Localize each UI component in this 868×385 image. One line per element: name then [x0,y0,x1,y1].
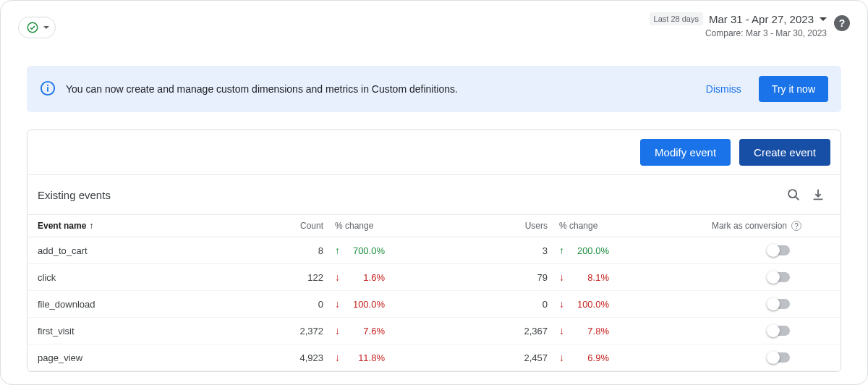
col-event-name[interactable]: Event name ↑ [38,221,258,231]
count-value: 8 [258,245,323,256]
arrow-down-icon: ↓ [559,298,564,310]
users-value: 3 [497,245,548,256]
conversion-toggle[interactable] [768,326,790,336]
compare-range-text: Compare: Mar 3 - Mar 30, 2023 [650,28,827,38]
section-title: Existing events [38,189,111,201]
date-preset-chip: Last 28 days [650,12,703,25]
users-value: 2,457 [497,352,548,363]
svg-rect-3 [47,87,48,91]
arrow-down-icon: ↓ [335,298,340,310]
table-row: first_visit2,372↓7.6%2,367↓7.8% [27,318,841,344]
count-value: 4,923 [258,352,323,363]
event-name[interactable]: first_visit [38,326,258,337]
col-mark-conversion: Mark as conversion ? [686,221,830,231]
table-header: Event name ↑ Count % change Users % chan… [27,215,841,237]
sort-asc-icon: ↑ [89,221,93,231]
help-icon[interactable]: ? [791,221,801,231]
svg-point-4 [788,190,796,198]
arrow-down-icon: ↓ [335,352,340,363]
users-change: ↓100.0% [548,298,627,310]
users-change: ↓7.8% [548,325,627,337]
chevron-down-icon [820,17,827,21]
users-value: 2,367 [497,326,548,337]
count-value: 2,372 [258,326,323,337]
banner-text: You can now create and manage custom dim… [66,83,696,95]
users-value: 79 [497,272,548,283]
users-change: ↓6.9% [548,352,627,363]
event-name[interactable]: file_download [38,299,258,310]
info-icon [40,80,56,98]
arrow-up-icon: ↑ [559,245,564,256]
modify-event-button[interactable]: Modify event [640,139,731,166]
conversion-toggle[interactable] [768,352,790,363]
date-range-text: Mar 31 - Apr 27, 2023 [709,13,814,25]
table-row: file_download0↓100.0%0↓100.0% [27,291,841,318]
conversion-toggle[interactable] [768,272,790,282]
events-card: Modify event Create event Existing event… [27,130,841,372]
search-icon[interactable] [781,182,806,207]
arrow-up-icon: ↑ [335,245,340,256]
col-count[interactable]: Count [258,221,323,231]
svg-point-2 [47,84,48,85]
col-users-change[interactable]: % change [548,221,627,231]
event-name[interactable]: click [38,272,258,283]
chevron-down-icon [43,26,49,29]
arrow-down-icon: ↓ [559,325,564,337]
count-change: ↓7.6% [323,325,403,337]
table-row: page_view4,923↓11.8%2,457↓6.9% [27,344,841,371]
count-value: 0 [258,299,323,310]
users-change: ↑200.0% [548,245,627,256]
users-change: ↓8.1% [548,271,627,283]
count-change: ↓11.8% [323,352,403,363]
count-change: ↓1.6% [323,271,403,283]
svg-line-5 [796,197,799,200]
arrow-down-icon: ↓ [335,325,340,337]
help-icon[interactable]: ? [834,15,850,31]
conversion-toggle[interactable] [768,245,790,255]
conversion-toggle[interactable] [768,299,790,309]
col-users[interactable]: Users [497,221,548,231]
count-change: ↓100.0% [323,298,403,310]
event-name[interactable]: page_view [38,352,258,363]
arrow-down-icon: ↓ [559,271,564,283]
table-row: add_to_cart8↑700.0%3↑200.0% [27,237,841,264]
download-icon[interactable] [806,182,830,207]
check-circle-icon [26,21,39,34]
arrow-down-icon: ↓ [335,271,340,283]
try-it-now-button[interactable]: Try it now [759,76,828,102]
svg-point-0 [27,22,38,33]
date-range-picker[interactable]: Last 28 days Mar 31 - Apr 27, 2023 [650,12,827,25]
col-count-change[interactable]: % change [323,221,403,231]
users-value: 0 [497,299,548,310]
create-event-button[interactable]: Create event [739,139,830,166]
dismiss-link[interactable]: Dismiss [706,83,741,95]
table-row: click122↓1.6%79↓8.1% [27,264,841,291]
event-name[interactable]: add_to_cart [38,245,258,256]
count-value: 122 [258,272,323,283]
count-change: ↑700.0% [323,245,403,256]
info-banner: You can now create and manage custom dim… [27,66,841,112]
status-pill[interactable] [18,17,56,38]
arrow-down-icon: ↓ [559,352,564,363]
